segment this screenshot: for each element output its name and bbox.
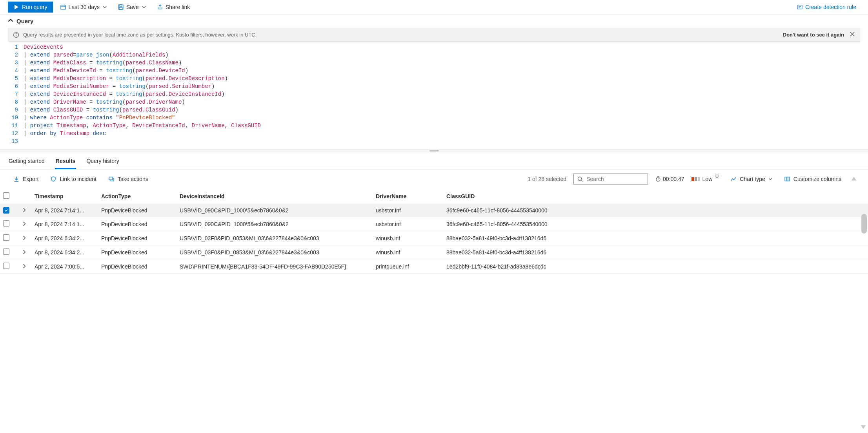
table-row[interactable]: Apr 8, 2024 7:14:1...PnpDeviceBlockedUSB… bbox=[0, 217, 868, 231]
row-checkbox[interactable] bbox=[3, 248, 9, 255]
info-icon[interactable] bbox=[715, 174, 721, 180]
search-box[interactable] bbox=[573, 174, 648, 185]
line-number: 12 bbox=[8, 130, 18, 137]
cell-ts: Apr 2, 2024 7:00:5... bbox=[31, 259, 98, 274]
select-all-checkbox[interactable] bbox=[3, 192, 9, 199]
chevron-down-icon bbox=[768, 176, 772, 182]
cell-inst: USB\VID_090C&PID_1000\5&ecb7860&0&2 bbox=[177, 217, 373, 231]
top-toolbar: Run query Last 30 days Save Share link C… bbox=[0, 0, 868, 15]
save-label: Save bbox=[126, 4, 139, 10]
svg-rect-7 bbox=[119, 7, 122, 9]
cell-inst: USB\VID_03F0&PID_0853&MI_03\6&227844e3&0… bbox=[177, 231, 373, 245]
col-timestamp[interactable]: Timestamp bbox=[31, 188, 98, 204]
results-action-bar: Export Link to incident Take actions 1 o… bbox=[0, 170, 868, 188]
tab-results[interactable]: Results bbox=[55, 155, 76, 169]
chevron-up-icon bbox=[8, 18, 13, 24]
line-number: 10 bbox=[8, 114, 18, 122]
cell-ts: Apr 8, 2024 7:14:1... bbox=[31, 204, 98, 217]
scroll-up-icon[interactable] bbox=[851, 175, 857, 183]
splitter[interactable] bbox=[0, 149, 868, 152]
scrollbar-thumb[interactable] bbox=[861, 214, 867, 234]
svg-rect-1 bbox=[61, 5, 66, 9]
run-query-label: Run query bbox=[22, 4, 47, 10]
severity-label: Low bbox=[702, 176, 713, 182]
code-line[interactable]: | extend MediaClass = tostring(parsed.Cl… bbox=[24, 59, 261, 67]
share-link-button[interactable]: Share link bbox=[153, 2, 194, 13]
row-checkbox[interactable] bbox=[3, 234, 9, 241]
customize-columns-button[interactable]: Customize columns bbox=[782, 175, 844, 183]
link-incident-button[interactable]: Link to incident bbox=[48, 175, 98, 183]
timer: 00:00.47 bbox=[655, 176, 684, 182]
svg-line-20 bbox=[581, 180, 582, 181]
expand-row-caret[interactable] bbox=[22, 263, 27, 270]
info-banner: Query results are presented in your loca… bbox=[8, 28, 860, 42]
search-icon bbox=[577, 176, 583, 182]
chart-type-label: Chart type bbox=[740, 176, 765, 182]
line-number: 13 bbox=[8, 137, 18, 145]
code-line[interactable]: DeviceEvents bbox=[24, 43, 261, 51]
col-deviceinstanceid[interactable]: DeviceInstanceId bbox=[177, 188, 373, 204]
line-number: 9 bbox=[8, 106, 18, 114]
save-button[interactable]: Save bbox=[114, 2, 150, 13]
expand-row-caret[interactable] bbox=[22, 235, 27, 241]
cell-guid: 88bae032-5a81-49f0-bc3d-a4ff138216d6 bbox=[443, 231, 868, 245]
take-actions-button[interactable]: Take actions bbox=[106, 175, 151, 183]
code-line[interactable]: | extend MediaDeviceId = tostring(parsed… bbox=[24, 67, 261, 75]
close-icon[interactable] bbox=[850, 31, 855, 38]
query-editor[interactable]: 12345678910111213 DeviceEvents| extend p… bbox=[0, 42, 868, 149]
code-line[interactable]: | extend DeviceInstanceId = tostring(par… bbox=[24, 90, 261, 98]
table-row[interactable]: Apr 8, 2024 6:34:2...PnpDeviceBlockedUSB… bbox=[0, 245, 868, 259]
create-detection-button[interactable]: Create detection rule bbox=[793, 2, 860, 13]
svg-marker-30 bbox=[852, 177, 857, 181]
chart-icon bbox=[730, 176, 737, 182]
severity-bars-icon bbox=[691, 177, 700, 181]
cell-driver: usbstor.inf bbox=[373, 204, 443, 217]
line-number: 5 bbox=[8, 75, 18, 82]
row-checkbox[interactable] bbox=[3, 207, 9, 214]
row-checkbox[interactable] bbox=[3, 220, 9, 227]
expand-row-caret[interactable] bbox=[22, 249, 27, 256]
svg-point-13 bbox=[16, 33, 16, 34]
code-line[interactable]: | project Timestamp, ActionType, DeviceI… bbox=[24, 122, 261, 130]
table-row[interactable]: Apr 8, 2024 6:34:2...PnpDeviceBlockedUSB… bbox=[0, 231, 868, 245]
expand-row-caret[interactable] bbox=[22, 221, 27, 227]
export-button[interactable]: Export bbox=[11, 175, 41, 183]
search-input[interactable] bbox=[586, 175, 644, 183]
calendar-icon bbox=[60, 4, 66, 10]
tab-getting-started[interactable]: Getting started bbox=[8, 155, 45, 169]
code-line[interactable]: | order by Timestamp desc bbox=[24, 130, 261, 137]
line-number: 8 bbox=[8, 98, 18, 106]
cell-guid: 36fc9e60-c465-11cf-8056-444553540000 bbox=[443, 217, 868, 231]
line-number: 3 bbox=[8, 59, 18, 67]
svg-point-19 bbox=[578, 177, 582, 181]
code-line[interactable] bbox=[24, 137, 261, 145]
customize-label: Customize columns bbox=[793, 176, 841, 182]
cell-action: PnpDeviceBlocked bbox=[98, 231, 177, 245]
dont-show-again-link[interactable]: Don't want to see it again bbox=[783, 32, 844, 38]
cell-driver: usbstor.inf bbox=[373, 217, 443, 231]
query-section-header[interactable]: Query bbox=[0, 15, 868, 28]
time-range-button[interactable]: Last 30 days bbox=[56, 2, 111, 13]
line-number: 2 bbox=[8, 51, 18, 59]
cell-ts: Apr 8, 2024 6:34:2... bbox=[31, 245, 98, 259]
col-drivername[interactable]: DriverName bbox=[373, 188, 443, 204]
svg-rect-6 bbox=[120, 5, 122, 6]
code-line[interactable]: | extend DriverName = tostring(parsed.Dr… bbox=[24, 98, 261, 106]
code-line[interactable]: | extend MediaSerialNumber = tostring(pa… bbox=[24, 82, 261, 90]
table-row[interactable]: Apr 2, 2024 7:00:5...PnpDeviceBlockedSWD… bbox=[0, 259, 868, 274]
expand-row-caret[interactable] bbox=[22, 207, 27, 214]
link-incident-label: Link to incident bbox=[60, 176, 96, 182]
chart-type-button[interactable]: Chart type bbox=[728, 175, 775, 183]
tab-query-history[interactable]: Query history bbox=[86, 155, 120, 169]
code-line[interactable]: | extend parsed=parse_json(AdditionalFie… bbox=[24, 51, 261, 59]
table-row[interactable]: Apr 8, 2024 7:14:1...PnpDeviceBlockedUSB… bbox=[0, 204, 868, 217]
col-classguid[interactable]: ClassGUID bbox=[443, 188, 868, 204]
code-line[interactable]: | where ActionType contains "PnPDeviceBl… bbox=[24, 114, 261, 122]
col-actiontype[interactable]: ActionType bbox=[98, 188, 177, 204]
info-icon bbox=[13, 32, 19, 38]
run-query-button[interactable]: Run query bbox=[8, 2, 53, 13]
code-line[interactable]: | extend MediaDescription = tostring(par… bbox=[24, 75, 261, 82]
row-checkbox[interactable] bbox=[3, 263, 9, 269]
code-line[interactable]: | extend ClassGUID = tostring(parsed.Cla… bbox=[24, 106, 261, 114]
svg-point-26 bbox=[717, 175, 717, 175]
